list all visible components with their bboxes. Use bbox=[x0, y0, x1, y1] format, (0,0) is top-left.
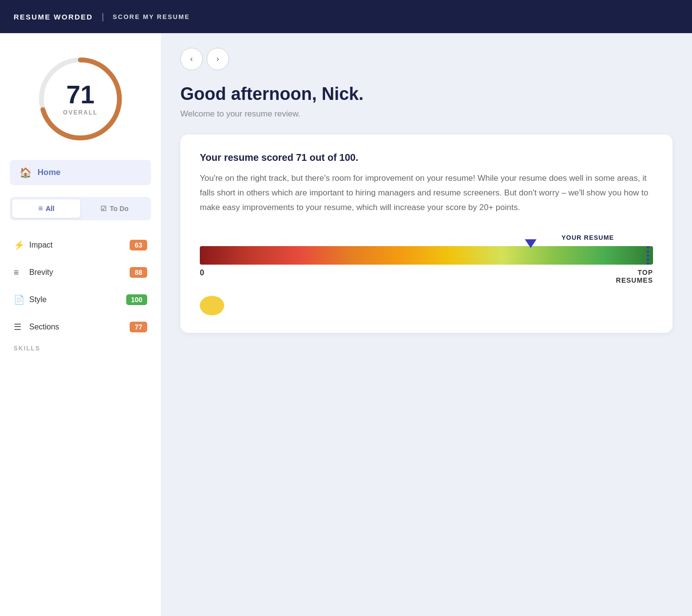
gauge-top-label: TOP bbox=[616, 269, 653, 276]
prev-button[interactable]: ‹ bbox=[180, 48, 203, 70]
overall-score-label: Overall bbox=[63, 109, 97, 116]
skills-section-label: Skills bbox=[10, 345, 151, 352]
main-layout: 71 Overall 🏠 Home ≡ All ☑ To Do ⚡ Impact bbox=[0, 33, 692, 616]
sidebar-item-brevity[interactable]: ≡ Brevity 88 bbox=[10, 261, 151, 284]
chevron-left-icon: ‹ bbox=[190, 55, 192, 63]
score-card-title: Your resume scored 71 out of 100. bbox=[200, 152, 653, 163]
home-icon: 🏠 bbox=[19, 167, 32, 178]
main-content: ‹ › Good afternoon, Nick. Welcome to you… bbox=[161, 33, 692, 616]
greeting-subtitle: Welcome to your resume review. bbox=[180, 109, 673, 119]
gauge-section: YOUR RESUME bbox=[200, 234, 653, 284]
chevron-right-icon: › bbox=[216, 55, 219, 63]
bolt-icon: ⚡ bbox=[14, 240, 29, 250]
style-score: 100 bbox=[126, 294, 147, 305]
gauge-dot-4 bbox=[647, 258, 649, 261]
brevity-score: 88 bbox=[130, 267, 147, 278]
gauge-marker bbox=[525, 239, 537, 248]
brevity-icon: ≡ bbox=[14, 268, 29, 278]
sidebar-item-sections[interactable]: ☰ Sections 77 bbox=[10, 316, 151, 338]
sidebar-items: ⚡ Impact 63 ≡ Brevity 88 📄 Style 100 ☰ S… bbox=[10, 234, 151, 338]
gauge-bar-wrapper bbox=[200, 246, 653, 265]
sidebar-item-style[interactable]: 📄 Style 100 bbox=[10, 289, 151, 311]
brand-name: Resume Worded bbox=[14, 13, 93, 21]
bottom-element bbox=[200, 296, 224, 315]
gauge-dot-3 bbox=[647, 254, 649, 257]
gauge-label-row: YOUR RESUME bbox=[200, 234, 653, 241]
header: Resume Worded | Score My Resume bbox=[0, 0, 692, 33]
all-icon: ≡ bbox=[38, 204, 42, 213]
tab-filter: ≡ All ☑ To Do bbox=[10, 197, 151, 220]
gauge-dot-2 bbox=[647, 250, 649, 253]
impact-score: 63 bbox=[130, 240, 147, 250]
gauge-top-right: TOP RESUMES bbox=[616, 269, 653, 284]
gauge-dot-marker bbox=[647, 246, 649, 265]
score-circle: 71 Overall bbox=[34, 53, 127, 145]
home-label: Home bbox=[38, 168, 60, 177]
nav-arrows: ‹ › bbox=[180, 48, 673, 70]
gauge-resumes-label: RESUMES bbox=[616, 276, 653, 284]
sections-label: Sections bbox=[29, 323, 130, 331]
style-icon: 📄 bbox=[14, 294, 29, 305]
gauge-bar bbox=[200, 246, 653, 265]
tab-all-label: All bbox=[46, 205, 55, 212]
sections-score: 77 bbox=[130, 322, 147, 332]
tab-todo-label: To Do bbox=[110, 205, 129, 212]
your-resume-label: YOUR RESUME bbox=[561, 234, 614, 241]
todo-icon: ☑ bbox=[100, 205, 107, 212]
impact-label: Impact bbox=[29, 241, 130, 250]
gauge-triangle-icon bbox=[525, 239, 537, 248]
header-divider: | bbox=[102, 12, 104, 22]
gauge-dot-5 bbox=[647, 262, 649, 265]
brevity-label: Brevity bbox=[29, 268, 130, 277]
score-label: 71 Overall bbox=[63, 82, 97, 116]
score-card-body: You're on the right track, but there's r… bbox=[200, 171, 653, 214]
gauge-bottom-row: 0 TOP RESUMES bbox=[200, 269, 653, 284]
sidebar-item-impact[interactable]: ⚡ Impact 63 bbox=[10, 234, 151, 256]
score-card: Your resume scored 71 out of 100. You're… bbox=[180, 135, 673, 333]
gauge-zero-label: 0 bbox=[200, 269, 204, 277]
home-nav-item[interactable]: 🏠 Home bbox=[10, 160, 151, 185]
style-label: Style bbox=[29, 295, 126, 304]
greeting-title: Good afternoon, Nick. bbox=[180, 84, 673, 104]
next-button[interactable]: › bbox=[207, 48, 229, 70]
score-my-resume-link[interactable]: Score My Resume bbox=[113, 13, 190, 20]
sidebar: 71 Overall 🏠 Home ≡ All ☑ To Do ⚡ Impact bbox=[0, 33, 161, 616]
overall-score-value: 71 bbox=[63, 82, 97, 107]
gauge-dot-1 bbox=[647, 246, 649, 249]
tab-todo[interactable]: ☑ To Do bbox=[80, 199, 149, 218]
sections-icon: ☰ bbox=[14, 322, 29, 332]
tab-all[interactable]: ≡ All bbox=[12, 199, 80, 218]
